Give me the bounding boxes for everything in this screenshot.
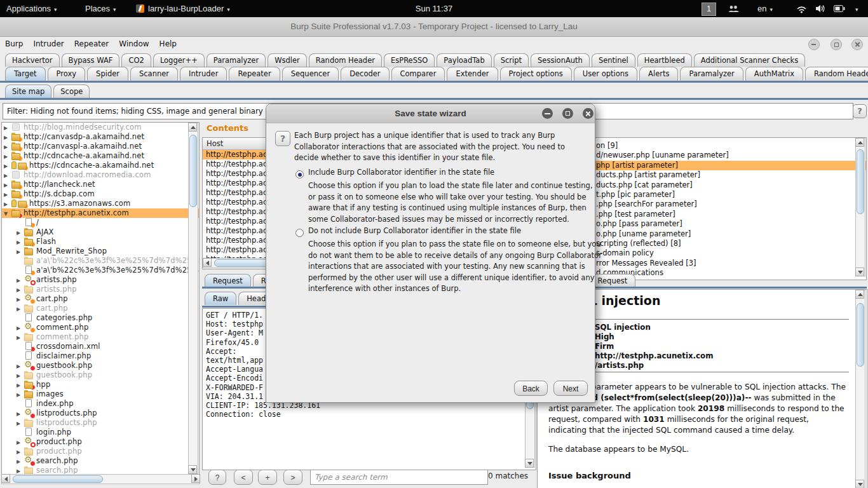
tree-node[interactable]: ▶artists.php	[2, 275, 199, 285]
extension-tab[interactable]: Script	[494, 53, 529, 67]
tree-node[interactable]: ▶http://canvaspl-a.akamaihd.net	[2, 142, 199, 151]
tree-expand-arrow[interactable]: ▶	[17, 371, 24, 381]
main-tab[interactable]: AuthMatrix	[745, 67, 803, 81]
volume-icon[interactable]	[815, 4, 825, 13]
tree-expand-arrow[interactable]: ▶	[17, 333, 24, 342]
tree-expand-arrow[interactable]: ▶	[4, 180, 11, 190]
tree-expand-arrow[interactable]: ▶	[4, 190, 11, 200]
tree-expand-arrow[interactable]: ▶	[17, 228, 24, 238]
tree-node[interactable]: ▶images	[2, 390, 199, 399]
wifi-icon[interactable]	[796, 5, 807, 13]
main-tab[interactable]: User options	[574, 67, 637, 81]
dialog-close-button[interactable]	[583, 108, 593, 119]
tree-expand-arrow[interactable]: ▶	[17, 276, 24, 285]
workspace-indicator[interactable]: 1	[702, 3, 716, 16]
menu-item[interactable]: Repeater	[69, 36, 114, 51]
tree-expand-arrow[interactable]: ▶	[17, 295, 24, 304]
extension-tab[interactable]: Sentinel	[592, 53, 635, 67]
tree-expand-arrow[interactable]: ▶	[17, 381, 24, 390]
tree-node[interactable]: ▶Flash	[2, 237, 199, 247]
main-tab[interactable]: Random Header	[805, 67, 868, 81]
extension-tab[interactable]: SessionAuth	[531, 53, 590, 67]
tree-expand-arrow[interactable]: ▶	[17, 304, 24, 314]
extension-tab[interactable]: PayloadTab	[437, 53, 491, 67]
tree-node[interactable]: ▶cart.php	[2, 304, 199, 313]
tree-node[interactable]: ▼http://testphp.acunetix.com	[2, 208, 199, 218]
tree-node[interactable]: a'a\'b%22c%3e%3f%3e%25%7d%7d%25%2	[2, 256, 199, 266]
tree-expand-arrow[interactable]: ▶	[17, 323, 24, 333]
main-tab[interactable]: Target	[5, 67, 46, 81]
users-icon[interactable]	[728, 5, 739, 13]
scroll-right-button[interactable]	[191, 474, 200, 483]
tree-node[interactable]: ▶search.php	[2, 466, 199, 475]
tree-vertical-scrollbar[interactable]	[188, 123, 198, 474]
tree-node[interactable]: ▶http://canvasdp-a.akamaihd.net	[2, 132, 199, 142]
editor-tab[interactable]: Request	[205, 274, 251, 287]
tree-expand-arrow[interactable]: ▶	[17, 238, 24, 247]
extension-tab[interactable]: Heartbleed	[637, 53, 692, 67]
radio-exclude-identifier[interactable]	[295, 229, 304, 237]
tree-node[interactable]: ▶http://blog.mindedsecurity.com	[2, 123, 199, 132]
tree-expand-arrow[interactable]: ▶	[17, 390, 24, 400]
tree-expand-arrow[interactable]: ▶	[4, 200, 11, 209]
dialog-minimize-button[interactable]	[542, 108, 553, 119]
tree-node[interactable]: ▶listproducts.php	[2, 409, 199, 418]
menu-item[interactable]: Burp	[0, 36, 28, 51]
advisory-vertical-scr ollbar[interactable]	[855, 290, 865, 488]
tree-node[interactable]: ▶http://download.macromedia.com	[2, 170, 199, 180]
tree-node[interactable]: ▶listproducts.php	[2, 418, 199, 428]
search-previous-button[interactable]: <	[234, 470, 253, 485]
main-tab[interactable]: Proxy	[48, 67, 86, 81]
radio-option-label[interactable]: Do not include Burp Collaborator identif…	[308, 226, 602, 237]
search-next-button[interactable]: >	[283, 470, 302, 485]
tree-expand-arrow[interactable]: ▶	[4, 171, 11, 180]
scroll-up-button[interactable]	[855, 138, 864, 147]
extension-tab[interactable]: Hackvertor	[5, 53, 60, 67]
tree-node[interactable]: ▶http://s.dcbap.com	[2, 189, 199, 199]
main-tab[interactable]: Alerts	[639, 67, 678, 81]
tree-expand-arrow[interactable]: ▼	[4, 209, 11, 219]
tree-expand-arrow[interactable]: ▶	[17, 409, 24, 419]
menu-item[interactable]: Help	[154, 36, 182, 51]
radio-option-label[interactable]: Include Burp Collaborator identifier in …	[308, 167, 602, 179]
tree-expand-arrow[interactable]: ▶	[4, 161, 11, 171]
extension-tab[interactable]: CO2	[121, 53, 151, 67]
tree-node[interactable]: ▶https://s3.amazonaws.com	[2, 199, 199, 208]
tree-expand-arrow[interactable]: ▶	[17, 447, 24, 457]
tree-node[interactable]: ▶search.php	[2, 456, 199, 466]
tree-horizontal-scrollbar[interactable]	[1, 474, 200, 484]
main-tab[interactable]: Paramalyzer	[680, 67, 743, 81]
view-tab[interactable]: Scope	[53, 85, 90, 98]
scrollbar-thumb[interactable]	[857, 149, 864, 214]
back-button[interactable]: Back	[514, 381, 548, 396]
menu-item[interactable]: Intruder	[28, 36, 69, 51]
scroll-left-button[interactable]	[203, 258, 212, 267]
tree-node[interactable]: /	[2, 218, 199, 227]
keyboard-layout[interactable]: en▾	[757, 0, 773, 17]
next-button[interactable]: Next	[553, 381, 588, 396]
tree-expand-arrow[interactable]: ▶	[4, 152, 11, 161]
extension-tab[interactable]: Bypass WAF	[62, 53, 120, 67]
window-titlebar[interactable]: Burp Suite Professional v1.7.03 - Tempor…	[0, 17, 868, 37]
tree-node[interactable]: ▶Mod_Rewrite_Shop	[2, 247, 199, 256]
tree-node[interactable]: ▶http://cdncache-a.akamaihd.net	[2, 151, 199, 161]
main-tab[interactable]: Spider	[87, 67, 128, 81]
scrollbar-thumb[interactable]	[857, 303, 864, 367]
main-tab[interactable]: Extender	[447, 67, 498, 81]
extension-tab[interactable]: EsPReSSO	[384, 53, 435, 67]
tree-expand-arrow[interactable]: ▶	[17, 362, 24, 371]
issues-vertical-scrollbar[interactable]	[855, 138, 865, 276]
scroll-up-button[interactable]	[188, 123, 197, 132]
main-tab[interactable]: Repeater	[229, 67, 280, 81]
tree-node[interactable]: ▶comment.php	[2, 323, 199, 332]
tree-expand-arrow[interactable]: ▶	[4, 133, 11, 142]
tree-node[interactable]: ▶http://lancheck.net	[2, 180, 199, 189]
system-menu-caret[interactable]: ▾	[852, 0, 858, 17]
tree-expand-arrow[interactable]: ▶	[17, 457, 24, 466]
tree-node[interactable]: ▶cart.php	[2, 294, 199, 304]
editor-subtab[interactable]: Raw	[205, 292, 236, 305]
tree-node[interactable]: crossdomain.xml	[2, 342, 199, 351]
tree-expand-arrow[interactable]: ▶	[17, 247, 24, 257]
extension-tab[interactable]: Random Header	[309, 53, 382, 67]
tree-node[interactable]: ▶product.php	[2, 437, 199, 447]
